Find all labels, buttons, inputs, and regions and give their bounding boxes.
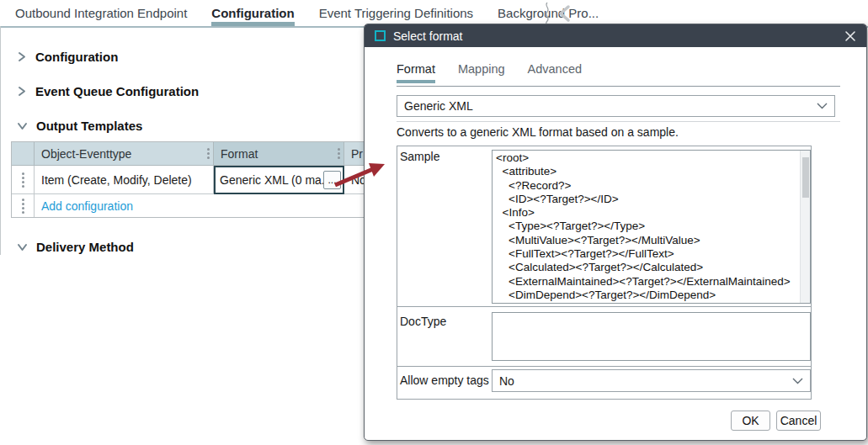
section-delivery-method[interactable]: Delivery Method xyxy=(17,240,134,254)
format-type-select[interactable]: Generic XML xyxy=(397,95,835,117)
tabstrip-torn-edge xyxy=(543,3,551,24)
dialog-tab-mapping[interactable]: Mapping xyxy=(458,62,505,83)
sample-textarea[interactable]: <root> <attribute> <?Record?> <ID><?Targ… xyxy=(492,150,811,304)
sample-xml-text: <root> <attribute> <?Record?> <ID><?Targ… xyxy=(496,151,798,303)
dialog-tabs-separator xyxy=(397,86,840,87)
dialog-icon xyxy=(375,30,386,41)
section-event-queue-configuration[interactable]: Event Queue Configuration xyxy=(17,84,199,98)
header-handle-cell xyxy=(12,142,35,166)
column-header-label: Pr xyxy=(351,147,363,161)
chevron-down-icon xyxy=(792,378,803,384)
chevron-down-icon xyxy=(17,121,28,131)
scrollbar-thumb[interactable] xyxy=(802,157,809,198)
row-drag-handle[interactable] xyxy=(12,166,35,194)
content-pane-left-border xyxy=(0,26,1,255)
scrollbar[interactable] xyxy=(800,151,810,303)
format-picker-button[interactable]: ... xyxy=(323,171,341,189)
row-drag-handle[interactable] xyxy=(12,194,35,217)
cell-format-selected[interactable]: Generic XML (0 ma... ... xyxy=(214,166,344,194)
select-format-dialog: Select format Format Mapping Advanced Ge… xyxy=(364,24,867,441)
close-icon[interactable] xyxy=(844,30,856,42)
window-tabbar: Outbound Integration Endpoint Configurat… xyxy=(0,0,623,26)
section-label: Event Queue Configuration xyxy=(35,84,199,98)
ok-button[interactable]: OK xyxy=(731,411,770,431)
doctype-label: DocType xyxy=(400,315,446,328)
column-menu-icon[interactable] xyxy=(338,148,340,159)
section-label: Delivery Method xyxy=(36,240,134,254)
column-header-object-eventtype[interactable]: Object-Eventtype xyxy=(35,142,214,166)
cell-object-eventtype[interactable]: Item (Create, Modify, Delete) xyxy=(35,166,214,194)
allow-empty-tags-label: Allow empty tags xyxy=(400,373,489,387)
dialog-tab-advanced[interactable]: Advanced xyxy=(528,62,583,83)
screen: Outbound Integration Endpoint Configurat… xyxy=(0,0,868,445)
drag-handle-icon xyxy=(22,172,24,188)
row-separator xyxy=(397,366,811,367)
dialog-title: Select format xyxy=(393,29,462,43)
format-settings-panel: Sample <root> <attribute> <?Record?> <ID… xyxy=(397,146,812,400)
column-header-label: Object-Eventtype xyxy=(41,147,131,161)
dialog-titlebar[interactable]: Select format xyxy=(365,24,866,47)
doctype-textarea[interactable] xyxy=(492,312,811,361)
chevron-down-icon xyxy=(817,103,828,109)
row-separator xyxy=(397,306,811,307)
column-header-format[interactable]: Format xyxy=(214,142,344,166)
tab-outbound-integration-endpoint[interactable]: Outbound Integration Endpoint xyxy=(15,1,187,26)
section-output-templates[interactable]: Output Templates xyxy=(17,119,142,133)
column-header-label: Format xyxy=(221,147,258,161)
chevron-right-icon xyxy=(17,51,27,62)
allow-empty-tags-value: No xyxy=(499,374,514,388)
format-type-value: Generic XML xyxy=(404,99,473,113)
allow-empty-tags-select[interactable]: No xyxy=(492,369,811,392)
cancel-button[interactable]: Cancel xyxy=(776,411,821,431)
tab-configuration[interactable]: Configuration xyxy=(211,1,294,26)
section-configuration[interactable]: Configuration xyxy=(17,50,118,64)
sample-label: Sample xyxy=(400,150,439,163)
dialog-tab-format[interactable]: Format xyxy=(397,62,435,83)
add-configuration-link[interactable]: Add configuration xyxy=(41,199,133,213)
format-cell-value: Generic XML (0 ma... xyxy=(220,173,323,187)
dialog-tabbar: Format Mapping Advanced xyxy=(397,62,582,83)
tab-event-triggering-definitions[interactable]: Event Triggering Definitions xyxy=(319,1,473,26)
chevron-down-icon xyxy=(17,242,28,252)
chevron-right-icon xyxy=(17,86,27,97)
tab-scroll-left-icon[interactable] xyxy=(556,3,574,24)
format-description: Converts to a generic XML format based o… xyxy=(397,125,679,139)
section-label: Configuration xyxy=(35,50,118,64)
separator-line xyxy=(397,121,840,122)
column-menu-icon[interactable] xyxy=(207,148,210,159)
drag-handle-icon xyxy=(22,199,24,214)
section-label: Output Templates xyxy=(36,119,142,133)
